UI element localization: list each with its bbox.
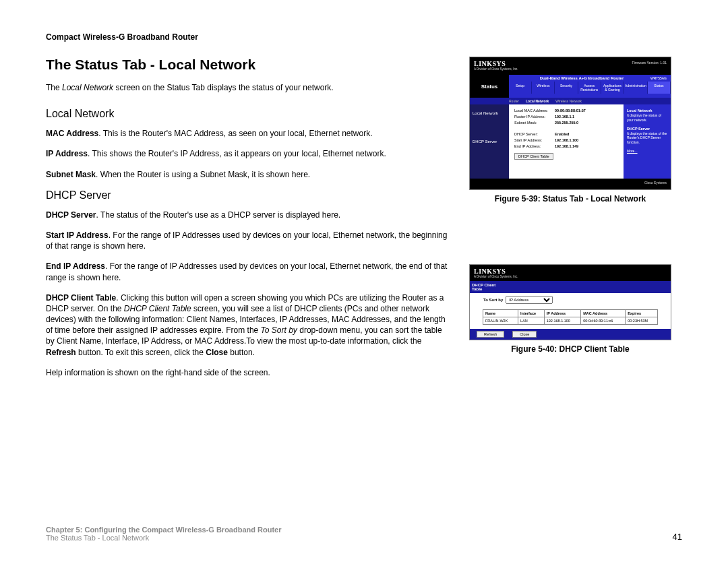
figures-column: LINKSYS A Division of Cisco Systems, Inc… <box>469 57 671 387</box>
help-t2: It displays the status of the Router's D… <box>627 131 667 144</box>
para-help-info: Help information is shown on the right-h… <box>46 367 450 378</box>
fig1-header: LINKSYS A Division of Cisco Systems, Inc… <box>470 57 671 75</box>
table-header-row: Name Interface IP Address MAC Address Ex… <box>483 310 658 317</box>
figure-dhcp-client-table: LINKSYS A Division of Cisco Systems, Inc… <box>469 264 671 340</box>
para-mac: MAC Address. This is the Router's MAC Ad… <box>46 128 450 139</box>
fig2-sort-row: To Sort by IP Address <box>470 293 671 307</box>
figure-caption-1: Figure 5-39: Status Tab - Local Network <box>469 194 671 204</box>
refresh-button[interactable]: Refresh <box>477 331 504 338</box>
label-start-ip: Start IP Address <box>46 230 109 240</box>
page-number: 41 <box>673 532 682 542</box>
tab-access[interactable]: Access Restrictions <box>578 82 601 94</box>
client-table: Name Interface IP Address MAC Address Ex… <box>483 309 658 325</box>
label-dhcp-client-table: DHCP Client Table <box>46 293 116 303</box>
fig2-title: DHCP Client Table <box>470 281 509 293</box>
para-ip: IP Address. This shows the Router's IP A… <box>46 148 450 159</box>
para-subnet: Subnet Mask. When the Router is using a … <box>46 169 450 180</box>
subtab-local-network[interactable]: Local Network <box>526 99 549 103</box>
fig2-brand-sub: A Division of Cisco Systems, Inc. <box>474 275 667 278</box>
label-ip: IP Address <box>46 149 88 158</box>
intro-paragraph: The Local Network screen on the Status T… <box>46 82 450 93</box>
fig1-left-labels: Local Network DHCP Server <box>470 104 509 179</box>
para-dhcp-server: DHCP Server. The status of the Router's … <box>46 210 450 220</box>
kv-ip-k: Router IP Address: <box>514 115 555 119</box>
text-subnet: . When the Router is using a Subnet Mask… <box>96 170 310 179</box>
label-subnet: Subnet Mask <box>46 170 96 179</box>
td-interface: LAN <box>518 317 545 325</box>
intro-pre: The <box>46 83 62 92</box>
kv-ip-v: 192.168.1.1 <box>555 115 574 119</box>
tab-wireless[interactable]: Wireless <box>532 82 555 94</box>
th-ip: IP Address <box>544 310 581 317</box>
label-end-ip: End IP Address <box>46 261 105 271</box>
kv-ds-k: DHCP Server: <box>514 132 555 136</box>
text-ip: . This shows the Router's IP Address, as… <box>88 149 386 158</box>
tab-apps[interactable]: Applications & Gaming <box>601 82 624 94</box>
label-dhcp-server: DHCP Server <box>46 210 96 220</box>
em-dhcp-client-table: DHCP Client Table <box>124 304 191 313</box>
close-button[interactable]: Close <box>512 331 537 338</box>
help-h1: Local Network <box>627 108 653 113</box>
model-number: WRT55AG <box>650 76 667 80</box>
status-label: Status <box>470 75 509 98</box>
fig2-header: LINKSYS A Division of Cisco Systems, Inc… <box>470 265 671 281</box>
fig1-body: Local MAC Address:00:80:88:88:01:57 Rout… <box>509 104 624 179</box>
tab-setup[interactable]: Setup <box>509 82 532 94</box>
sub-tabs: Router Local Network Wireless Network <box>470 98 671 104</box>
em-to-sort-by: To Sort by <box>261 325 297 335</box>
fig2-buttons: Refresh Close <box>470 329 671 340</box>
fig1-help: Local Network It displays the status of … <box>624 104 671 179</box>
help-h2: DHCP Server <box>627 127 650 131</box>
kv-ds-v: Enabled <box>555 132 569 136</box>
table-row: FRALIN-W2K LAN 192.168.1.100 00:0d:60:39… <box>483 317 658 325</box>
leftlabel-local-network: Local Network <box>470 108 509 118</box>
firmware-version: Firmware Version: 1.01 <box>632 61 667 65</box>
product-name: Compact Wireless-G Broadband Router <box>46 32 682 42</box>
kv-eip-v: 192.168.1.149 <box>555 144 578 148</box>
subtab-router[interactable]: Router <box>509 99 519 103</box>
th-mac: MAC Address <box>581 310 626 317</box>
kv-mac-v: 00:80:88:88:01:57 <box>555 108 586 113</box>
section-heading-dhcp: DHCP Server <box>46 189 450 201</box>
tab-security[interactable]: Security <box>555 82 578 94</box>
kv-sm-k: Subnet Mask: <box>514 121 555 125</box>
txt8: button. To exit this screen, click the <box>76 348 206 357</box>
kv-sm-v: 255.255.255.0 <box>555 121 578 125</box>
kv-sip-v: 192.168.1.100 <box>555 138 578 142</box>
figure-status-tab: LINKSYS A Division of Cisco Systems, Inc… <box>469 57 671 190</box>
intro-em: Local Network <box>62 83 113 92</box>
dhcp-client-table-button[interactable]: DHCP Client Table <box>514 153 553 160</box>
cisco-logo: Cisco Systems <box>644 181 667 185</box>
label-close: Close <box>206 348 228 357</box>
th-expires: Expires <box>626 310 658 317</box>
subtab-wireless-network[interactable]: Wireless Network <box>555 99 582 103</box>
kv-eip-k: End IP Address: <box>514 144 555 148</box>
text-end-ip: . For the range of IP Addresses used by … <box>46 261 447 282</box>
section-heading-local-network: Local Network <box>46 108 450 120</box>
brand-sub: A Division of Cisco Systems, Inc. <box>474 67 667 71</box>
figure-caption-2: Figure 5-40: DHCP Client Table <box>469 344 671 354</box>
td-ip: 192.168.1.100 <box>544 317 581 325</box>
main-tabs: Setup Wireless Security Access Restricti… <box>509 82 671 94</box>
para-end-ip: End IP Address. For the range of IP Addr… <box>46 261 450 282</box>
td-name: FRALIN-W2K <box>483 317 518 325</box>
fig2-title-bar: DHCP Client Table <box>470 281 671 293</box>
text-dhcp-server: . The status of the Router's use as a DH… <box>96 210 340 220</box>
para-dhcp-client-table: DHCP Client Table. Clicking this button … <box>46 292 450 358</box>
tab-status[interactable]: Status <box>648 82 671 94</box>
label-mac: MAC Address <box>46 129 98 138</box>
help-more-link[interactable]: More... <box>627 149 638 153</box>
fig1-footer: Cisco Systems <box>470 179 671 189</box>
th-name: Name <box>483 310 518 317</box>
main-text-column: The Status Tab - Local Network The Local… <box>46 57 450 387</box>
page-footer: Chapter 5: Configuring the Compact Wirel… <box>46 526 682 542</box>
txt10: button. <box>228 348 255 357</box>
th-interface: Interface <box>518 310 545 317</box>
tab-admin[interactable]: Administration <box>624 82 648 94</box>
fig1-tabbar: Status Dual-Band Wireless A+G Broadband … <box>470 75 671 98</box>
footer-section: The Status Tab - Local Network <box>46 534 281 542</box>
intro-post: screen on the Status Tab displays the st… <box>113 83 334 92</box>
para-start-ip: Start IP Address. For the range of IP Ad… <box>46 230 450 251</box>
sort-select[interactable]: IP Address <box>506 296 553 304</box>
sort-label: To Sort by <box>483 298 503 302</box>
